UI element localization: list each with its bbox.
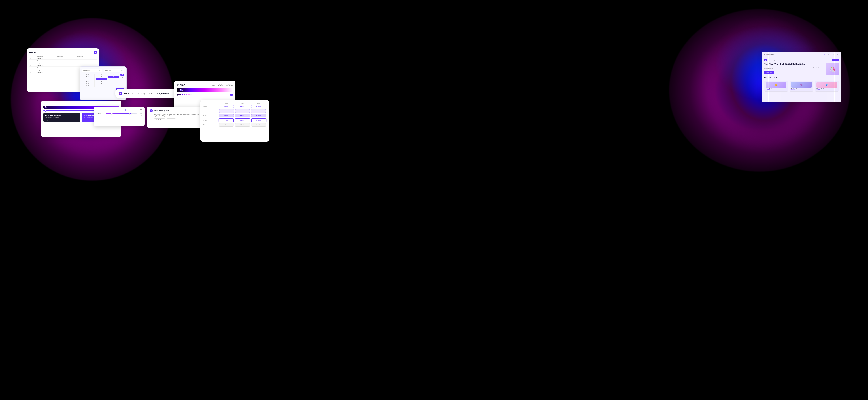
home-icon[interactable]: 🏠 (119, 92, 122, 95)
nft-item-3[interactable]: 💎 DiamondApe#3 1.2 ETH (815, 81, 839, 92)
color-gradient-bar[interactable] (177, 88, 232, 92)
nav-blog[interactable]: Blog (773, 60, 775, 61)
hour-item[interactable]: 01 (96, 80, 107, 82)
swatch-3[interactable] (182, 94, 183, 95)
token-sep: │ (48, 103, 49, 105)
nft-item-1[interactable]: 🐱 CryptoCat#1 0.2 ETH (764, 81, 788, 92)
timepicker-input1[interactable]: Select time 🕐 (82, 69, 102, 72)
btn-focus-md[interactable]: + Button (235, 118, 250, 122)
home-link[interactable]: Home (124, 92, 130, 95)
time-item[interactable]: 02:30 (82, 85, 93, 87)
nft-tab-moon[interactable]: ◑ (827, 53, 830, 55)
colorpicker-top: Violet HEX #6E3 RGB 98 51 244 HSB 100 90… (177, 84, 232, 87)
btn-hover-sm[interactable]: + Button (219, 109, 234, 113)
time-item[interactable]: 01:00 (82, 78, 93, 80)
btn-row-hover-label: Hover (203, 110, 218, 112)
breadcrumb-page1[interactable]: Page name (141, 92, 153, 95)
token-violet-label: Violet (50, 103, 53, 105)
min-item[interactable]: 11 (108, 78, 120, 80)
timepicker-input2-label: Select time (105, 70, 112, 71)
double-label: Double (97, 113, 104, 114)
btn-row-focus-label: Focus (203, 120, 218, 121)
clock-icon-2: 🕐 (121, 70, 123, 71)
hour-item[interactable]: 11 (96, 76, 107, 78)
time-item[interactable]: 00:00 (82, 74, 93, 76)
token-bar-thumb[interactable] (45, 106, 46, 108)
btn-icon: + (256, 110, 257, 112)
pm-option[interactable]: PM (120, 76, 124, 78)
clock-icon: 🕐 (99, 70, 101, 71)
toast-noway-button[interactable]: No way! (166, 118, 176, 122)
nft-hero-desc: Studies show that 100 percent of people … (764, 66, 824, 69)
double-slider-thumb-right[interactable] (129, 113, 131, 115)
cell (57, 69, 77, 71)
mono-slider-track[interactable] (105, 110, 137, 110)
hour-item[interactable]: 10 (96, 74, 107, 76)
timepicker-ampm: AM PM (120, 74, 124, 87)
btn-focus-lg[interactable]: + Button (251, 118, 266, 122)
table-row: ── Sample text (29, 62, 97, 64)
breadcrumb-ellipsis[interactable]: ... (134, 92, 136, 95)
min-item-selected[interactable]: 21 (108, 76, 120, 78)
cell: Sample text (36, 71, 57, 74)
hour-item[interactable]: 02 (96, 82, 107, 85)
toast-info-icon: ℹ (150, 109, 153, 112)
time-item[interactable]: 01:30 (82, 80, 93, 82)
rgb-value: RGB 98 51 244 (218, 84, 223, 86)
swatch-7[interactable] (190, 94, 192, 95)
nft-item-2-img: 👾 (791, 82, 812, 88)
nft-nav-links: Home Blog About Work (768, 60, 783, 61)
time-item[interactable]: 00:30 (82, 76, 93, 78)
nav-connect-button[interactable]: Connect (832, 59, 839, 61)
breadcrumb-sep-1: › (132, 92, 133, 95)
min-item[interactable]: 31 (108, 74, 120, 76)
double-slider-thumb-left[interactable] (111, 113, 113, 115)
btn-hover-md[interactable]: + Button (235, 109, 250, 113)
swatch-4[interactable] (184, 94, 185, 95)
nft-auctions-val: 2.5k (774, 77, 778, 78)
nft-tab-image[interactable]: ▦ (832, 53, 835, 55)
btn-pressed-sm[interactable]: + Button (219, 114, 234, 117)
hour-item-selected[interactable]: 00 (96, 78, 107, 80)
color-gradient-thumb[interactable] (180, 89, 183, 92)
token-slider-thumb[interactable] (44, 110, 46, 112)
nav-home[interactable]: Home (768, 60, 771, 61)
nft-hero-text: The New World of Digital Collectibles St… (764, 63, 824, 75)
buttons-card: Small Medium Large Default + Button + Bu… (200, 100, 269, 142)
cell: ── (29, 60, 36, 62)
toast-understood-button[interactable]: Understood (154, 118, 165, 122)
nft-tab-video[interactable]: ▷ (836, 53, 839, 55)
nft-tab-star[interactable]: ★ (823, 53, 826, 55)
rgb-num: 98 51 244 (218, 85, 223, 86)
nav-work[interactable]: Work (780, 60, 783, 61)
swatch-1[interactable] (177, 94, 179, 96)
timepicker-input2[interactable]: Select time 🕐 (104, 69, 124, 72)
token-dark-label: Dark (43, 103, 46, 105)
swatch-5[interactable] (186, 94, 187, 95)
mono-slider-thumb[interactable] (125, 109, 127, 111)
dark-preview-card: Good Morning, Nick! Good morning, welcom… (43, 112, 81, 122)
btn-default-lg[interactable]: + Button (251, 105, 266, 108)
nft-item-2[interactable]: 👾 PixelPunk#2 0.5 ETH (789, 81, 813, 92)
slider-min: 0 (105, 115, 106, 116)
swatch-2[interactable] (179, 94, 181, 95)
am-option[interactable]: AM (120, 74, 124, 76)
btn-pressed-md[interactable]: + Button (235, 114, 250, 117)
nft-stat-artwork: 10k+ Artwork (764, 77, 768, 79)
btn-default-md[interactable]: + Button (235, 105, 250, 108)
btn-row-disabled-label: Disabled (203, 124, 218, 126)
token-rgb-label: RGB (67, 103, 70, 105)
btn-hover-lg[interactable]: + Button (251, 109, 266, 113)
cell: Sample text (36, 64, 57, 67)
btn-focus-sm[interactable]: + Button (219, 118, 234, 122)
nft-explore-button[interactable]: Explore Now (764, 71, 774, 74)
btn-default-sm[interactable]: + Button (219, 105, 234, 108)
time-item[interactable]: 02:00 (82, 82, 93, 85)
breadcrumb-page2-active[interactable]: Page name (157, 92, 169, 95)
double-slider-track[interactable] (105, 113, 137, 114)
nav-about[interactable]: About (776, 60, 779, 61)
btn-pressed-lg[interactable]: + Button (251, 114, 266, 117)
nft-stat-auctions: 2.5k Auctions (774, 77, 778, 79)
slider-max: 99 (141, 115, 142, 116)
swatch-6[interactable] (188, 94, 189, 95)
